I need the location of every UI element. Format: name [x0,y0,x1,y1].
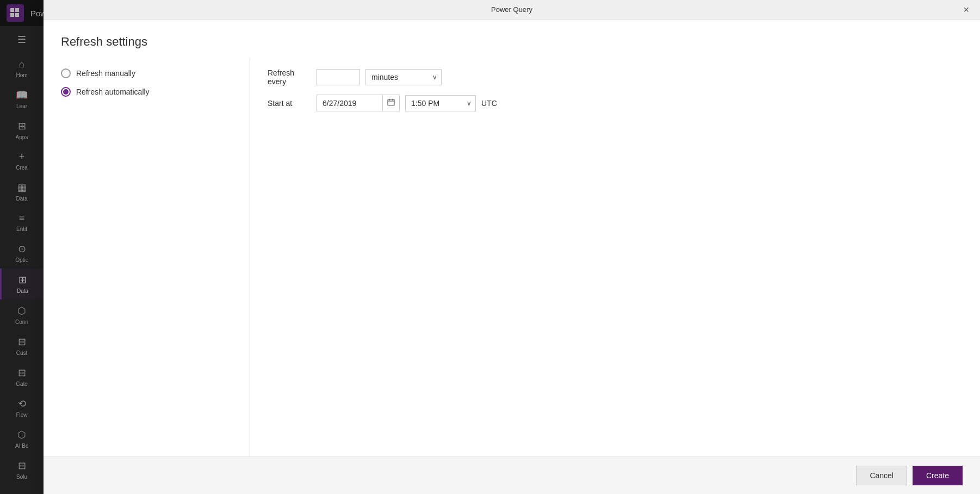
modal-content: Refresh manually Refresh automatically R… [44,58,980,457]
date-input[interactable] [317,96,382,111]
modal-body: Refresh settings Refresh manually Refres… [44,20,980,457]
modal-heading: Refresh settings [61,35,963,49]
modal-footer: Cancel Create [44,457,980,494]
modal-title-bar: Power Query × [44,0,980,20]
time-select-wrapper: 1:50 PM 2:00 PM 2:30 PM [405,95,476,111]
refresh-every-row: Refresh every minutes hours days [268,68,963,86]
date-input-wrapper [317,95,400,111]
create-button[interactable]: Create [913,466,963,485]
start-at-row: Start at [268,95,963,111]
start-at-label: Start at [268,99,311,108]
right-panel: Refresh every minutes hours days Star [250,58,980,457]
modal-title: Power Query [491,5,532,14]
time-select[interactable]: 1:50 PM 2:00 PM 2:30 PM [405,95,476,111]
modal-overlay: Power Query × Refresh settings Refresh m… [0,0,980,494]
modal-close-button[interactable]: × [959,2,973,17]
radio-manually[interactable] [61,68,71,78]
unit-select[interactable]: minutes hours days [365,69,442,85]
radio-label-automatically: Refresh automatically [76,87,150,96]
modal-dialog: Power Query × Refresh settings Refresh m… [44,0,980,494]
timezone-label: UTC [481,99,497,108]
radio-automatically[interactable] [61,87,71,97]
radio-option-manually[interactable]: Refresh manually [61,68,232,78]
refresh-every-input[interactable] [317,69,360,85]
unit-select-wrapper: minutes hours days [365,69,442,85]
modal-header: Refresh settings [44,20,980,58]
calendar-button[interactable] [382,95,399,111]
left-panel: Refresh manually Refresh automatically [44,58,250,457]
cancel-button[interactable]: Cancel [856,466,907,485]
refresh-every-label: Refresh every [268,68,311,86]
svg-rect-5 [388,99,394,105]
radio-label-manually: Refresh manually [76,69,135,78]
radio-option-automatically[interactable]: Refresh automatically [61,87,232,97]
